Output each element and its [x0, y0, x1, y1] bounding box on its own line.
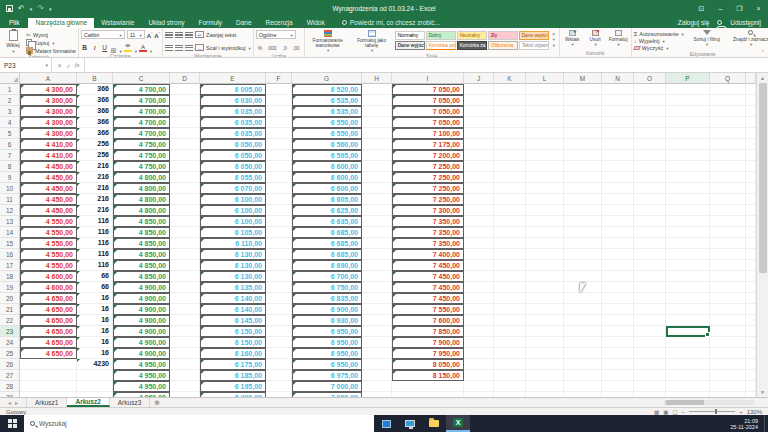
style-chip-dobry[interactable]: Dobry	[426, 31, 456, 40]
cell-K13[interactable]	[494, 216, 526, 227]
cell-F7[interactable]	[266, 150, 292, 161]
cell-O7[interactable]	[634, 150, 666, 161]
col-header-o[interactable]: O	[634, 73, 666, 84]
cell-I23[interactable]: 7 850,00	[392, 326, 464, 337]
cell-G12[interactable]: 6 625,00	[292, 205, 362, 216]
align-top-icon[interactable]	[165, 32, 173, 38]
cell-A8[interactable]: 4 450,00	[20, 161, 77, 172]
cell-M23[interactable]	[564, 326, 602, 337]
cell-N8[interactable]	[602, 161, 634, 172]
cell-M2[interactable]	[564, 95, 602, 106]
cancel-icon[interactable]: ✕	[57, 62, 62, 69]
cell-D14[interactable]	[170, 227, 200, 238]
taskbar-clock[interactable]: 21:09 25-11-2024	[730, 418, 764, 430]
conditional-formatting-button[interactable]: Formatowanie warunkowe	[307, 29, 349, 53]
cell-P24[interactable]	[666, 337, 710, 348]
comma-style-icon[interactable]: 000	[266, 44, 278, 52]
cell-L17[interactable]	[526, 260, 564, 271]
horizontal-scroll-thumb[interactable]	[666, 400, 704, 405]
sheet-prev-icon[interactable]: ◂	[8, 399, 11, 406]
cell-P13[interactable]	[666, 216, 710, 227]
cell-K25[interactable]	[494, 348, 526, 359]
cell-H2[interactable]	[362, 95, 392, 106]
col-header-p[interactable]: P	[666, 73, 710, 84]
row-header-25[interactable]: 25	[0, 348, 20, 359]
cell-P16[interactable]	[666, 249, 710, 260]
cell-P2[interactable]	[666, 95, 710, 106]
cell-E22[interactable]: 6 145,00	[200, 315, 266, 326]
cell-F23[interactable]	[266, 326, 292, 337]
cell-M12[interactable]	[564, 205, 602, 216]
cell-C9[interactable]: 4 800,00	[113, 172, 170, 183]
cell-F28[interactable]	[266, 381, 292, 392]
cell-M1[interactable]	[564, 84, 602, 95]
cell-L14[interactable]	[526, 227, 564, 238]
tab-widok[interactable]: Widok	[300, 18, 332, 28]
cell-M16[interactable]	[564, 249, 602, 260]
cell-D27[interactable]	[170, 370, 200, 381]
col-header-g[interactable]: G	[292, 73, 362, 84]
cell-G14[interactable]: 6 685,00	[292, 227, 362, 238]
cell-H5[interactable]	[362, 128, 392, 139]
cell-J13[interactable]	[464, 216, 494, 227]
cell-N18[interactable]	[602, 271, 634, 282]
start-button[interactable]	[0, 415, 24, 432]
cell-P9[interactable]	[666, 172, 710, 183]
cell-B23[interactable]: 16	[77, 326, 113, 337]
cell-L7[interactable]	[526, 150, 564, 161]
cell-B8[interactable]: 216	[77, 161, 113, 172]
cell-C14[interactable]: 4 850,00	[113, 227, 170, 238]
zoom-level[interactable]: 130%	[747, 409, 762, 415]
cell-H1[interactable]	[362, 84, 392, 95]
cell-O2[interactable]	[634, 95, 666, 106]
cell-F5[interactable]	[266, 128, 292, 139]
cell-I8[interactable]: 7 250,00	[392, 161, 464, 172]
row-header-1[interactable]: 1	[0, 84, 20, 95]
cell-C24[interactable]: 4 900,00	[113, 337, 170, 348]
sheet-next-icon[interactable]: ▸	[15, 399, 18, 406]
cell-P8[interactable]	[666, 161, 710, 172]
cell-O8[interactable]	[634, 161, 666, 172]
cell-A14[interactable]: 4 550,00	[20, 227, 77, 238]
align-middle-icon[interactable]	[175, 32, 183, 38]
font-color-icon[interactable]: A	[139, 44, 147, 52]
cell-M26[interactable]	[564, 359, 602, 370]
shrink-font-button[interactable]: Aˇ	[154, 31, 160, 39]
sort-filter-button[interactable]: Sortuj i filtruj	[686, 29, 728, 47]
cell-Q3[interactable]	[710, 106, 746, 117]
cell-Q12[interactable]	[710, 205, 746, 216]
cell-O6[interactable]	[634, 139, 666, 150]
cell-C22[interactable]: 4 900,00	[113, 315, 170, 326]
col-header-q[interactable]: Q	[710, 73, 746, 84]
cell-K22[interactable]	[494, 315, 526, 326]
cell-G8[interactable]: 6 600,00	[292, 161, 362, 172]
cell-B4[interactable]: 366	[77, 117, 113, 128]
tab-formu-y[interactable]: Formuły	[192, 18, 229, 28]
cell-P27[interactable]	[666, 370, 710, 381]
gallery-down-icon[interactable]: ▼	[552, 37, 556, 42]
align-center-icon[interactable]	[175, 45, 183, 51]
merge-center-button[interactable]: ↔Scal i wyśrodkuj	[195, 44, 251, 51]
row-header-2[interactable]: 2	[0, 95, 20, 106]
cell-I22[interactable]: 7 600,00	[392, 315, 464, 326]
fill-button[interactable]: Wypełnij	[634, 38, 684, 44]
cell-B7[interactable]: 256	[77, 150, 113, 161]
cell-F16[interactable]	[266, 249, 292, 260]
cell-A5[interactable]: 4 300,00	[20, 128, 77, 139]
cell-C26[interactable]: 4 950,00	[113, 359, 170, 370]
zoom-out-icon[interactable]: −	[682, 409, 686, 415]
cell-Q15[interactable]	[710, 238, 746, 249]
style-chip-dane-wej-ci[interactable]: Dane wejści...	[519, 31, 549, 40]
new-sheet-icon[interactable]: ⊕	[150, 398, 164, 407]
cell-D22[interactable]	[170, 315, 200, 326]
cell-F10[interactable]	[266, 183, 292, 194]
cell-I12[interactable]: 7 300,00	[392, 205, 464, 216]
cell-G28[interactable]: 7 000,00	[292, 381, 362, 392]
cell-M21[interactable]	[564, 304, 602, 315]
row-header-5[interactable]: 5	[0, 128, 20, 139]
cell-N11[interactable]	[602, 194, 634, 205]
cell-D17[interactable]	[170, 260, 200, 271]
maximize-button[interactable]: ❐	[730, 0, 749, 17]
undo-dropdown-icon[interactable]	[30, 5, 33, 12]
cell-M3[interactable]	[564, 106, 602, 117]
